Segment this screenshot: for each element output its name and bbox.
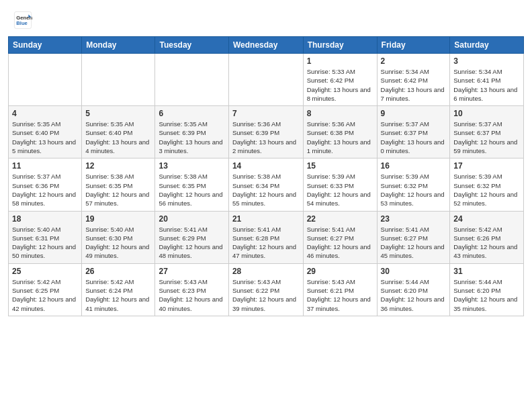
logo: General Blue xyxy=(13,11,35,30)
day-info-text: Sunrise: 5:38 AM Sunset: 6:35 PM Dayligh… xyxy=(159,172,224,208)
day-info-text: Sunrise: 5:37 AM Sunset: 6:37 PM Dayligh… xyxy=(453,120,520,155)
calendar-cell: 12Sunrise: 5:38 AM Sunset: 6:35 PM Dayli… xyxy=(82,158,155,211)
calendar-week-row: 4Sunrise: 5:35 AM Sunset: 6:40 PM Daylig… xyxy=(9,106,524,158)
day-number: 26 xyxy=(85,267,151,276)
day-info-text: Sunrise: 5:41 AM Sunset: 6:27 PM Dayligh… xyxy=(381,225,447,261)
day-number: 21 xyxy=(232,214,300,224)
calendar-cell: 2Sunrise: 5:34 AM Sunset: 6:42 PM Daylig… xyxy=(377,54,450,106)
day-number: 23 xyxy=(381,214,447,224)
calendar-cell: 20Sunrise: 5:41 AM Sunset: 6:29 PM Dayli… xyxy=(155,211,228,263)
day-number: 28 xyxy=(232,267,300,276)
day-info-text: Sunrise: 5:36 AM Sunset: 6:38 PM Dayligh… xyxy=(307,120,373,155)
day-info-text: Sunrise: 5:40 AM Sunset: 6:30 PM Dayligh… xyxy=(85,225,151,261)
calendar-cell: 29Sunrise: 5:43 AM Sunset: 6:21 PM Dayli… xyxy=(303,263,377,316)
day-info-text: Sunrise: 5:42 AM Sunset: 6:24 PM Dayligh… xyxy=(85,277,151,313)
calendar-cell xyxy=(155,54,228,106)
day-number: 22 xyxy=(307,214,373,224)
calendar-cell: 8Sunrise: 5:36 AM Sunset: 6:38 PM Daylig… xyxy=(303,106,377,158)
calendar-cell: 22Sunrise: 5:41 AM Sunset: 6:27 PM Dayli… xyxy=(303,211,377,263)
calendar-cell: 17Sunrise: 5:39 AM Sunset: 6:32 PM Dayli… xyxy=(450,158,524,211)
day-number: 1 xyxy=(307,56,373,66)
header-row: SundayMondayTuesdayWednesdayThursdayFrid… xyxy=(9,37,524,54)
calendar-cell xyxy=(82,54,155,106)
day-number: 4 xyxy=(12,109,78,118)
day-info-text: Sunrise: 5:41 AM Sunset: 6:28 PM Dayligh… xyxy=(232,225,300,261)
day-of-week-header: Saturday xyxy=(450,37,524,54)
day-number: 7 xyxy=(232,109,300,118)
day-of-week-header: Friday xyxy=(377,37,450,54)
day-info-text: Sunrise: 5:34 AM Sunset: 6:41 PM Dayligh… xyxy=(453,67,520,103)
calendar-cell: 11Sunrise: 5:37 AM Sunset: 6:36 PM Dayli… xyxy=(9,158,82,211)
day-number: 30 xyxy=(381,267,447,276)
calendar-week-row: 1Sunrise: 5:33 AM Sunset: 6:42 PM Daylig… xyxy=(9,54,524,106)
day-number: 20 xyxy=(159,214,224,224)
calendar-cell: 4Sunrise: 5:35 AM Sunset: 6:40 PM Daylig… xyxy=(9,106,82,158)
day-number: 14 xyxy=(232,161,300,171)
day-number: 16 xyxy=(381,161,447,171)
day-number: 12 xyxy=(85,161,151,171)
day-number: 10 xyxy=(453,109,520,118)
day-info-text: Sunrise: 5:38 AM Sunset: 6:34 PM Dayligh… xyxy=(232,172,300,208)
day-number: 11 xyxy=(12,161,78,171)
calendar-cell: 31Sunrise: 5:44 AM Sunset: 6:20 PM Dayli… xyxy=(450,263,524,316)
calendar-week-row: 11Sunrise: 5:37 AM Sunset: 6:36 PM Dayli… xyxy=(9,158,524,211)
calendar-cell: 28Sunrise: 5:43 AM Sunset: 6:22 PM Dayli… xyxy=(228,263,303,316)
day-of-week-header: Sunday xyxy=(9,37,82,54)
day-info-text: Sunrise: 5:35 AM Sunset: 6:40 PM Dayligh… xyxy=(85,120,151,155)
calendar-cell xyxy=(9,54,82,106)
day-info-text: Sunrise: 5:40 AM Sunset: 6:31 PM Dayligh… xyxy=(12,225,78,261)
day-info-text: Sunrise: 5:41 AM Sunset: 6:29 PM Dayligh… xyxy=(159,225,224,261)
calendar-cell: 27Sunrise: 5:43 AM Sunset: 6:23 PM Dayli… xyxy=(155,263,228,316)
day-info-text: Sunrise: 5:44 AM Sunset: 6:20 PM Dayligh… xyxy=(381,277,447,313)
calendar-body: 1Sunrise: 5:33 AM Sunset: 6:42 PM Daylig… xyxy=(9,54,524,316)
day-info-text: Sunrise: 5:37 AM Sunset: 6:36 PM Dayligh… xyxy=(12,172,78,208)
calendar-cell: 24Sunrise: 5:42 AM Sunset: 6:26 PM Dayli… xyxy=(450,211,524,263)
calendar-cell: 5Sunrise: 5:35 AM Sunset: 6:40 PM Daylig… xyxy=(82,106,155,158)
day-info-text: Sunrise: 5:43 AM Sunset: 6:23 PM Dayligh… xyxy=(159,277,224,313)
day-number: 3 xyxy=(453,56,520,66)
day-info-text: Sunrise: 5:41 AM Sunset: 6:27 PM Dayligh… xyxy=(307,225,373,261)
calendar-cell: 16Sunrise: 5:39 AM Sunset: 6:32 PM Dayli… xyxy=(377,158,450,211)
calendar-cell: 6Sunrise: 5:35 AM Sunset: 6:39 PM Daylig… xyxy=(155,106,228,158)
day-number: 31 xyxy=(453,267,520,276)
calendar-cell: 1Sunrise: 5:33 AM Sunset: 6:42 PM Daylig… xyxy=(303,54,377,106)
day-of-week-header: Wednesday xyxy=(228,37,303,54)
day-info-text: Sunrise: 5:44 AM Sunset: 6:20 PM Dayligh… xyxy=(453,277,520,313)
calendar-cell: 26Sunrise: 5:42 AM Sunset: 6:24 PM Dayli… xyxy=(82,263,155,316)
day-info-text: Sunrise: 5:39 AM Sunset: 6:33 PM Dayligh… xyxy=(307,172,373,208)
day-info-text: Sunrise: 5:43 AM Sunset: 6:21 PM Dayligh… xyxy=(307,277,373,313)
day-info-text: Sunrise: 5:33 AM Sunset: 6:42 PM Dayligh… xyxy=(307,67,373,103)
calendar-header: SundayMondayTuesdayWednesdayThursdayFrid… xyxy=(9,37,524,54)
day-number: 13 xyxy=(159,161,224,171)
day-number: 6 xyxy=(159,109,224,118)
day-info-text: Sunrise: 5:35 AM Sunset: 6:40 PM Dayligh… xyxy=(12,120,78,155)
day-info-text: Sunrise: 5:39 AM Sunset: 6:32 PM Dayligh… xyxy=(453,172,520,208)
day-number: 15 xyxy=(307,161,373,171)
calendar-cell: 10Sunrise: 5:37 AM Sunset: 6:37 PM Dayli… xyxy=(450,106,524,158)
day-info-text: Sunrise: 5:42 AM Sunset: 6:26 PM Dayligh… xyxy=(453,225,520,261)
calendar-cell: 14Sunrise: 5:38 AM Sunset: 6:34 PM Dayli… xyxy=(228,158,303,211)
calendar-cell: 19Sunrise: 5:40 AM Sunset: 6:30 PM Dayli… xyxy=(82,211,155,263)
day-info-text: Sunrise: 5:42 AM Sunset: 6:25 PM Dayligh… xyxy=(12,277,78,313)
calendar-cell: 3Sunrise: 5:34 AM Sunset: 6:41 PM Daylig… xyxy=(450,54,524,106)
page-header: General Blue xyxy=(0,0,532,36)
day-number: 8 xyxy=(307,109,373,118)
day-of-week-header: Tuesday xyxy=(155,37,228,54)
day-of-week-header: Thursday xyxy=(303,37,377,54)
calendar-cell: 15Sunrise: 5:39 AM Sunset: 6:33 PM Dayli… xyxy=(303,158,377,211)
calendar-cell: 30Sunrise: 5:44 AM Sunset: 6:20 PM Dayli… xyxy=(377,263,450,316)
day-number: 27 xyxy=(159,267,224,276)
day-number: 24 xyxy=(453,214,520,224)
calendar-week-row: 25Sunrise: 5:42 AM Sunset: 6:25 PM Dayli… xyxy=(9,263,524,316)
day-info-text: Sunrise: 5:43 AM Sunset: 6:22 PM Dayligh… xyxy=(232,277,300,313)
calendar-cell: 7Sunrise: 5:36 AM Sunset: 6:39 PM Daylig… xyxy=(228,106,303,158)
day-number: 5 xyxy=(85,109,151,118)
day-number: 25 xyxy=(12,267,78,276)
svg-text:Blue: Blue xyxy=(16,20,28,26)
day-number: 17 xyxy=(453,161,520,171)
day-info-text: Sunrise: 5:36 AM Sunset: 6:39 PM Dayligh… xyxy=(232,120,300,155)
day-number: 9 xyxy=(381,109,447,118)
day-of-week-header: Monday xyxy=(82,37,155,54)
logo-icon: General Blue xyxy=(13,11,32,30)
day-info-text: Sunrise: 5:37 AM Sunset: 6:37 PM Dayligh… xyxy=(381,120,447,155)
